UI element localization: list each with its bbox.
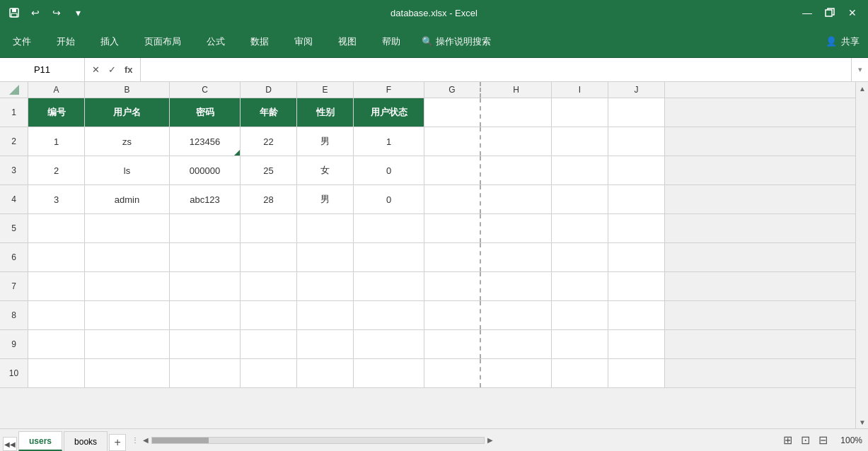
cell-e6[interactable] [297,243,354,271]
scroll-down-arrow[interactable]: ▼ [856,416,868,428]
redo-button[interactable]: ↪ [48,4,65,21]
cell-a6[interactable] [28,243,85,271]
row-num-5[interactable]: 5 [0,214,28,242]
row-num-1[interactable]: 1 [0,98,28,127]
sheet-nav-first[interactable]: ◀◀ [3,437,17,451]
col-header-b[interactable]: B [85,82,170,98]
row-num-8[interactable]: 8 [0,301,28,329]
cell-b3[interactable]: ls [85,156,170,184]
cell-e3[interactable]: 女 [297,156,354,184]
ribbon-formula[interactable]: 公式 [202,33,229,51]
h-scroll-right[interactable]: ▶ [486,436,494,444]
cell-e5[interactable] [297,214,354,242]
cell-d4[interactable]: 28 [241,185,297,213]
col-header-c[interactable]: C [170,82,241,98]
row-num-2[interactable]: 2 [0,127,28,156]
cancel-formula-button[interactable]: ✕ [89,63,103,76]
formula-input[interactable] [141,64,851,75]
cell-c5[interactable] [170,214,241,242]
cell-g5[interactable] [424,214,481,242]
cell-f4[interactable]: 0 [354,185,424,213]
cell-g1[interactable] [424,98,481,127]
cell-d3[interactable]: 25 [241,156,297,184]
share-button[interactable]: 👤 共享 [826,35,860,48]
cell-a4[interactable]: 3 [28,185,85,213]
cell-a3[interactable]: 2 [28,156,85,184]
cell-f1[interactable]: 用户状态 [354,98,424,127]
h-scroll-dots[interactable]: ⋮ [132,436,139,444]
cell-b4[interactable]: admin [85,185,170,213]
col-header-a[interactable]: A [28,82,85,98]
cell-f2[interactable]: 1 [354,127,424,156]
row-num-6[interactable]: 6 [0,243,28,271]
cell-i3[interactable] [552,156,608,184]
cell-d5[interactable] [241,214,297,242]
normal-view-button[interactable]: ⊞ [782,432,794,448]
expand-icon[interactable]: ▾ [858,65,862,74]
cell-d1[interactable]: 年龄 [241,98,297,127]
page-break-view-button[interactable]: ⊟ [817,432,829,448]
cell-e2[interactable]: 男 [297,127,354,156]
cell-h6[interactable] [481,243,552,271]
cell-i1[interactable] [552,98,608,127]
save-button[interactable] [6,4,23,21]
cell-j6[interactable] [608,243,665,271]
cell-h3[interactable] [481,156,552,184]
col-header-f[interactable]: F [354,82,424,98]
cell-c6[interactable] [170,243,241,271]
cell-f5[interactable] [354,214,424,242]
ribbon-data[interactable]: 数据 [246,33,273,51]
ribbon-file[interactable]: 文件 [8,33,35,51]
col-header-h[interactable]: H [481,82,552,98]
cell-i6[interactable] [552,243,608,271]
col-header-i[interactable]: I [552,82,608,98]
cell-b5[interactable] [85,214,170,242]
page-layout-view-button[interactable]: ⊡ [799,432,811,448]
cell-h5[interactable] [481,214,552,242]
col-header-j[interactable]: J [608,82,665,98]
close-button[interactable]: ✕ [843,3,862,23]
restore-button[interactable] [820,3,840,23]
cell-d2[interactable]: 22 [241,127,297,156]
row-num-9[interactable]: 9 [0,330,28,358]
col-header-d[interactable]: D [241,82,297,98]
cell-h1[interactable] [481,98,552,127]
cell-c1[interactable]: 密码 [170,98,241,127]
cell-g3[interactable] [424,156,481,184]
cell-reference-input[interactable] [0,58,85,81]
cell-g6[interactable] [424,243,481,271]
cell-e4[interactable]: 男 [297,185,354,213]
ribbon-home[interactable]: 开始 [52,33,79,51]
cell-a2[interactable]: 1 [28,127,85,156]
search-area[interactable]: 🔍 操作说明搜索 [422,35,491,48]
cell-h2[interactable] [481,127,552,156]
cell-b1[interactable]: 用户名 [85,98,170,127]
scroll-up-arrow[interactable]: ▲ [856,82,868,95]
cell-j4[interactable] [608,185,665,213]
cell-c3[interactable]: 000000 [170,156,241,184]
cell-i5[interactable] [552,214,608,242]
cell-e1[interactable]: 性别 [297,98,354,127]
cell-c4[interactable]: abc123 [170,185,241,213]
cell-c2[interactable]: 123456 [170,127,241,156]
cell-j3[interactable] [608,156,665,184]
cell-b2[interactable]: zs [85,127,170,156]
cell-f6[interactable] [354,243,424,271]
cell-b6[interactable] [85,243,170,271]
col-header-e[interactable]: E [297,82,354,98]
row-num-10[interactable]: 10 [0,359,28,387]
vertical-scrollbar[interactable]: ▲ ▼ [855,82,868,428]
scroll-track[interactable] [856,95,868,416]
row-num-3[interactable]: 3 [0,156,28,184]
ribbon-help[interactable]: 帮助 [378,33,405,51]
cell-i4[interactable] [552,185,608,213]
undo-button[interactable]: ↩ [27,4,44,21]
add-sheet-button[interactable]: + [109,434,126,451]
cell-h4[interactable] [481,185,552,213]
cell-a5[interactable] [28,214,85,242]
ribbon-view[interactable]: 视图 [334,33,361,51]
cell-i2[interactable] [552,127,608,156]
ribbon-insert[interactable]: 插入 [96,33,123,51]
minimize-button[interactable]: — [797,3,817,23]
sheet-tab-books[interactable]: books [64,431,108,451]
